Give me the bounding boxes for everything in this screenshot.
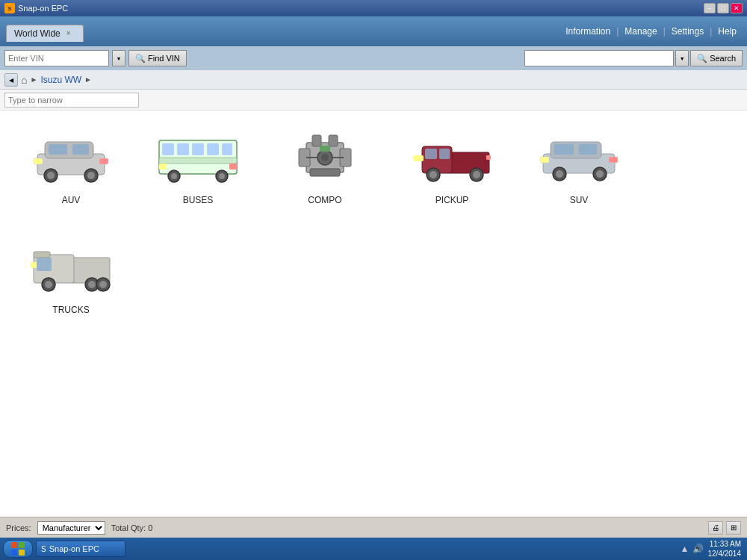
search-button[interactable]: Search	[690, 50, 743, 66]
vehicle-image-pickup	[403, 125, 500, 189]
svg-rect-46	[554, 144, 574, 155]
home-icon[interactable]: ⌂	[21, 74, 27, 86]
svg-point-51	[596, 170, 604, 178]
print-button[interactable]: 🖨	[708, 521, 723, 535]
svg-rect-16	[159, 158, 237, 164]
svg-rect-68	[19, 550, 25, 556]
vehicle-grid: AUV BUSES	[22, 125, 725, 315]
nav-settings[interactable]: Settings	[667, 26, 708, 37]
speaker-icon: 🔊	[692, 544, 704, 554]
back-button[interactable]	[4, 73, 18, 87]
svg-rect-3	[72, 144, 89, 155]
vehicle-label-compo: COMPO	[308, 195, 341, 205]
svg-rect-8	[34, 158, 43, 164]
title-bar-text: Snap-on EPC	[18, 4, 68, 13]
svg-rect-21	[159, 164, 167, 169]
svg-point-61	[88, 281, 96, 288]
up-arrow-icon: ▲	[681, 544, 689, 554]
svg-point-30	[321, 154, 329, 161]
prices-select[interactable]: ManufacturerDealerCustomer	[37, 521, 105, 535]
vehicle-item-trucks[interactable]: TRUCKS	[22, 235, 120, 315]
svg-rect-14	[207, 143, 219, 155]
vehicle-label-suv: SUV	[570, 195, 589, 205]
search-input[interactable]	[524, 50, 674, 66]
windows-logo-icon	[10, 541, 25, 556]
svg-rect-9	[99, 158, 108, 164]
app-header: World Wide × Information | Manage | Sett…	[0, 16, 747, 46]
expand-button[interactable]: ⊞	[726, 521, 741, 535]
vehicle-item-pickup[interactable]: PICKUP	[403, 125, 500, 205]
svg-rect-2	[49, 144, 67, 155]
svg-rect-57	[34, 252, 50, 258]
svg-rect-47	[579, 144, 597, 155]
svg-point-41	[473, 171, 480, 178]
status-bar: Prices: ManufacturerDealerCustomer Total…	[0, 517, 747, 538]
svg-point-20	[219, 173, 225, 179]
svg-point-39	[430, 171, 437, 178]
vehicle-label-pickup: PICKUP	[436, 195, 469, 205]
svg-rect-15	[222, 143, 232, 155]
status-icons: 🖨 ⊞	[708, 521, 741, 535]
nav-help[interactable]: Help	[713, 26, 741, 37]
nav-manage[interactable]: Manage	[620, 26, 661, 37]
maximize-button[interactable]: □	[717, 3, 729, 13]
svg-rect-31	[320, 146, 330, 152]
svg-point-59	[45, 281, 52, 288]
nav-information[interactable]: Information	[561, 26, 615, 37]
taskbar-app-label: Snap-on EPC	[49, 544, 99, 553]
breadcrumb-isuzu[interactable]: Isuzu WW	[40, 75, 81, 85]
breadcrumb-sep1: ►	[30, 75, 37, 84]
svg-rect-26	[312, 135, 321, 146]
breadcrumb-sep2: ►	[84, 75, 92, 84]
narrow-input[interactable]	[4, 93, 139, 108]
svg-rect-67	[11, 550, 17, 556]
tab-close-button[interactable]: ×	[66, 29, 71, 37]
main-content: AUV BUSES	[0, 111, 747, 539]
svg-rect-34	[448, 152, 489, 173]
vehicle-image-buses	[149, 125, 247, 189]
narrow-bar	[0, 90, 747, 111]
system-tray: ▲ 🔊	[681, 544, 704, 554]
vin-dropdown[interactable]	[112, 50, 125, 66]
svg-point-49	[556, 170, 563, 178]
taskbar-app-icon: S	[41, 545, 46, 553]
vehicle-image-auv	[22, 125, 120, 189]
breadcrumb: ⌂ ► Isuzu WW ►	[0, 70, 747, 90]
svg-rect-52	[540, 157, 549, 163]
vin-input[interactable]	[4, 50, 109, 66]
find-vin-button[interactable]: Find VIN	[128, 50, 187, 66]
svg-rect-22	[229, 164, 237, 169]
svg-rect-28	[310, 169, 340, 176]
svg-rect-56	[37, 258, 52, 271]
close-button[interactable]: ✕	[731, 3, 743, 13]
vehicle-label-trucks: TRUCKS	[52, 305, 89, 315]
svg-rect-36	[425, 149, 437, 159]
toolbar: Find VIN Search	[0, 46, 747, 70]
prices-label: Prices:	[6, 523, 31, 532]
vehicle-item-auv[interactable]: AUV	[22, 125, 120, 205]
vehicle-image-compo	[276, 125, 374, 189]
minimize-button[interactable]: –	[704, 3, 716, 13]
svg-rect-53	[609, 157, 618, 163]
svg-point-5	[47, 172, 55, 179]
svg-rect-65	[11, 542, 17, 548]
svg-point-63	[99, 281, 107, 288]
start-button[interactable]	[3, 540, 33, 558]
clock: 11:33 AM 12/4/2014	[708, 539, 742, 559]
vehicle-label-buses: BUSES	[183, 195, 214, 205]
svg-rect-42	[413, 155, 424, 161]
svg-rect-12	[177, 143, 189, 155]
vehicle-image-trucks	[22, 235, 120, 299]
svg-rect-66	[19, 542, 25, 548]
svg-point-7	[87, 172, 95, 179]
taskbar-right: ▲ 🔊 11:33 AM 12/4/2014	[681, 539, 744, 559]
vehicle-item-suv[interactable]: SUV	[530, 125, 627, 205]
search-dropdown-button[interactable]	[675, 50, 689, 66]
svg-rect-13	[192, 143, 204, 155]
search-magnifier-icon	[697, 54, 707, 63]
vehicle-item-buses[interactable]: BUSES	[149, 125, 247, 205]
vehicle-item-compo[interactable]: COMPO	[276, 125, 374, 205]
active-tab[interactable]: World Wide ×	[6, 25, 84, 42]
taskbar-app-button[interactable]: S Snap-on EPC	[36, 541, 125, 557]
svg-rect-37	[439, 149, 450, 159]
